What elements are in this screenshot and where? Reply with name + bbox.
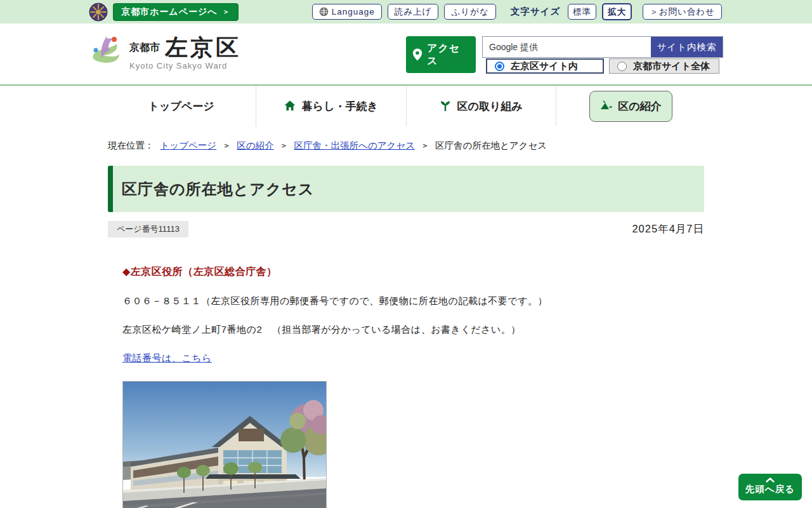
logo-city-text: 京都市 — [129, 41, 160, 59]
read-aloud-label: 読み上げ — [395, 6, 432, 18]
page-meta-row: ページ番号11113 2025年4月7日 — [108, 221, 704, 237]
ward-office-photo — [122, 381, 327, 508]
sprout-icon — [440, 100, 452, 112]
map-pin-icon — [412, 48, 422, 61]
radio-unselected-icon — [617, 62, 627, 71]
chevron-right-icon: ＞ — [223, 7, 230, 17]
breadcrumb: 現在位置： トップページ ＞ 区の紹介 ＞ 区庁舎・出張所へのアクセス ＞ 区庁… — [108, 140, 812, 152]
phone-number-link[interactable]: 電話番号は、こちら — [122, 352, 212, 363]
back-to-top-label: 先頭へ戻る — [745, 483, 795, 495]
nav-living-procedures[interactable]: 暮らし・手続き — [284, 99, 378, 114]
access-button[interactable]: アクセス — [406, 36, 476, 73]
fontsize-standard-label: 標準 — [573, 6, 591, 18]
read-aloud-button[interactable]: 読み上げ — [388, 4, 439, 20]
access-button-label: アクセス — [427, 42, 461, 67]
chevron-right-icon: ＞ — [421, 140, 429, 151]
page-date: 2025年4月7日 — [632, 222, 704, 236]
nav-living-procedures-label: 暮らし・手続き — [302, 99, 378, 114]
chevron-up-icon — [766, 478, 775, 483]
flag-icon — [600, 100, 612, 112]
search-scope-city-radio[interactable]: 京都市サイト全体 — [609, 58, 719, 74]
language-button[interactable]: Language — [312, 4, 382, 20]
main-navigation: トップページ 暮らし・手続き 区の取り組み — [107, 86, 705, 126]
home-icon — [284, 100, 296, 112]
logo-ward-text: 左京区 — [165, 36, 241, 59]
nav-ward-initiatives[interactable]: 区の取り組み — [440, 99, 523, 114]
logo-ward-english: Kyoto City Sakyo Ward — [129, 61, 241, 70]
page-number-badge: ページ番号11113 — [108, 221, 188, 237]
sakyo-ward-logo-icon — [88, 32, 124, 72]
site-search-button[interactable]: サイト内検索 — [651, 37, 723, 57]
nav-ward-introduction-label: 区の紹介 — [618, 99, 661, 114]
breadcrumb-label: 現在位置： — [108, 140, 154, 152]
page-title-banner: 区庁舎の所在地とアクセス — [108, 166, 704, 212]
search-scope-ward-label: 左京区サイト内 — [511, 60, 578, 72]
breadcrumb-current: 区庁舎の所在地とアクセス — [435, 140, 547, 152]
fontsize-large-button[interactable]: 拡大 — [602, 3, 632, 21]
kyoto-city-home-link[interactable]: 京都市ホームページへ ＞ — [113, 3, 239, 21]
back-to-top-button[interactable]: 先頭へ戻る — [738, 474, 802, 500]
breadcrumb-link-access[interactable]: 区庁舎・出張所へのアクセス — [294, 140, 416, 152]
top-utility-bar: 京都市ホームページへ ＞ Language 読み上げ ふりがな 文字サイズ — [0, 0, 812, 23]
postal-code-line: ６０６－８５１１（左京区役所専用の郵便番号ですので、郵便物に所在地の記載は不要で… — [122, 295, 706, 307]
kyoto-city-emblem-icon — [89, 3, 108, 22]
contact-label: ＞お問い合わせ — [650, 6, 715, 18]
fontsize-label: 文字サイズ — [511, 6, 561, 18]
site-search: サイト内検索 左京区サイト内 京都市サイト全体 — [482, 36, 723, 74]
nav-top-page[interactable]: トップページ — [148, 99, 214, 114]
language-label: Language — [332, 6, 375, 18]
globe-icon — [319, 7, 329, 17]
search-scope-city-label: 京都市サイト全体 — [633, 60, 710, 72]
chevron-right-icon: ＞ — [223, 140, 230, 151]
kyoto-city-home-label: 京都市ホームページへ — [121, 6, 218, 18]
address-line: 左京区松ケ崎堂ノ上町7番地の2 （担当部署が分かっている場合は、お書きください。… — [122, 324, 706, 336]
radio-selected-icon — [495, 62, 504, 71]
nav-top-page-label: トップページ — [148, 99, 214, 114]
nav-ward-initiatives-label: 区の取り組み — [457, 99, 523, 114]
search-input[interactable] — [483, 37, 651, 57]
furigana-label: ふりがな — [451, 6, 488, 18]
page-title: 区庁舎の所在地とアクセス — [122, 179, 314, 199]
contact-button[interactable]: ＞お問い合わせ — [643, 4, 722, 20]
search-scope-ward-radio[interactable]: 左京区サイト内 — [486, 58, 604, 74]
breadcrumb-link-ward-intro[interactable]: 区の紹介 — [237, 140, 273, 152]
chevron-right-icon: ＞ — [280, 140, 288, 151]
fontsize-large-label: 拡大 — [608, 6, 626, 18]
site-header: 京都市 左京区 Kyoto City Sakyo Ward アクセス サイト内検… — [0, 23, 812, 84]
nav-ward-introduction[interactable]: 区の紹介 — [589, 91, 672, 122]
main-content: ◆左京区役所（左京区総合庁舎） ６０６－８５１１（左京区役所専用の郵便番号ですの… — [122, 265, 706, 508]
office-heading: ◆左京区役所（左京区総合庁舎） — [122, 265, 706, 279]
site-logo[interactable]: 京都市 左京区 Kyoto City Sakyo Ward — [88, 32, 241, 72]
breadcrumb-link-top[interactable]: トップページ — [160, 140, 217, 152]
furigana-button[interactable]: ふりがな — [444, 4, 495, 20]
fontsize-standard-button[interactable]: 標準 — [568, 4, 596, 20]
